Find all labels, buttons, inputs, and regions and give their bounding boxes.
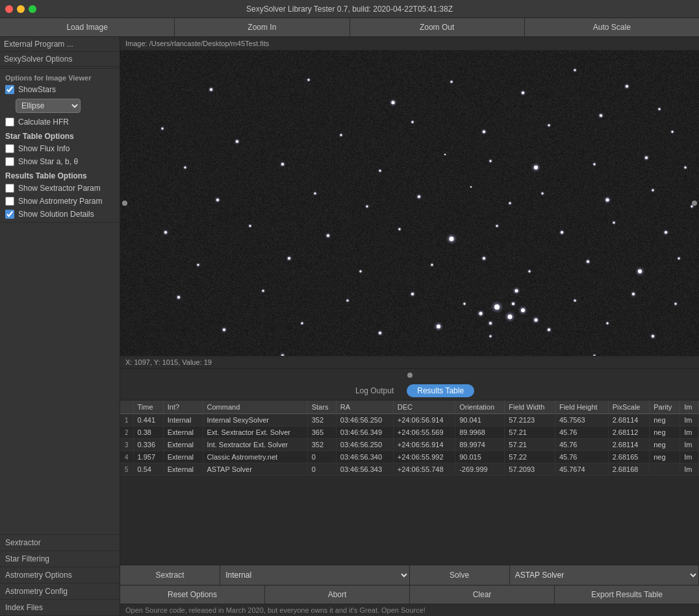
col-field-height: Field Height bbox=[555, 400, 608, 414]
col-int: Int? bbox=[163, 400, 203, 414]
zoom-out-button[interactable]: Zoom Out bbox=[350, 18, 525, 36]
cell-4-4: 0 bbox=[307, 463, 336, 476]
cell-3-1: 1.957 bbox=[133, 451, 163, 463]
cell-2-12: Im bbox=[680, 439, 699, 451]
load-image-button[interactable]: Load Image bbox=[0, 18, 175, 36]
auto-scale-button[interactable]: Auto Scale bbox=[525, 18, 699, 36]
cell-2-7: 89.9974 bbox=[455, 439, 505, 451]
ellipse-select[interactable]: Ellipse bbox=[16, 99, 81, 113]
cell-3-8: 57.22 bbox=[505, 451, 555, 463]
show-star-abtheta-checkbox[interactable] bbox=[5, 157, 14, 166]
cell-4-0: 5 bbox=[120, 463, 133, 476]
close-button[interactable] bbox=[5, 5, 13, 13]
export-results-button[interactable]: Export Results Table bbox=[555, 585, 699, 604]
solve-button[interactable]: Solve bbox=[410, 565, 510, 585]
cell-3-5: 03:46:56.340 bbox=[336, 451, 393, 463]
show-stars-option: ShowStars bbox=[0, 83, 120, 96]
cell-1-10: 2.68112 bbox=[608, 426, 650, 439]
top-toolbar: Load Image Zoom In Zoom Out Auto Scale bbox=[0, 18, 699, 37]
cell-3-2: External bbox=[163, 451, 203, 463]
table-row: 30.336ExternalInt. Sextractor Ext. Solve… bbox=[120, 439, 699, 451]
show-sextractor-option: Show Sextractor Param bbox=[0, 182, 120, 195]
main-layout: External Program ... SexySolver Options … bbox=[0, 37, 699, 616]
cell-4-11 bbox=[650, 463, 680, 476]
zoom-in-button[interactable]: Zoom In bbox=[175, 18, 350, 36]
reset-options-button[interactable]: Reset Options bbox=[120, 585, 265, 604]
cell-1-0: 2 bbox=[120, 426, 133, 439]
calculate-hfr-checkbox[interactable] bbox=[5, 117, 14, 127]
star-filtering-link[interactable]: Star Filtering bbox=[0, 551, 120, 567]
image-coords: X: 1097, Y: 1015, Value: 19 bbox=[120, 356, 699, 368]
results-table-container[interactable]: Time Int? Command Stars RA DEC Orientati… bbox=[120, 400, 699, 565]
results-table-tab[interactable]: Results Table bbox=[407, 384, 474, 397]
show-astrometry-option: Show Astrometry Param bbox=[0, 195, 120, 208]
cell-3-7: 90.015 bbox=[455, 451, 505, 463]
cell-0-11: neg bbox=[650, 414, 680, 426]
col-parity: Parity bbox=[650, 400, 680, 414]
cell-4-8: 57.2093 bbox=[505, 463, 555, 476]
window-controls[interactable] bbox=[5, 5, 36, 13]
cell-1-7: 89.9968 bbox=[455, 426, 505, 439]
cell-1-2: External bbox=[163, 426, 203, 439]
sextract-button[interactable]: Sextract bbox=[120, 565, 220, 585]
index-files-link[interactable]: Index Files bbox=[0, 600, 120, 616]
cell-1-9: 45.76 bbox=[555, 426, 608, 439]
astrometry-options-link[interactable]: Astrometry Options bbox=[0, 567, 120, 584]
show-stars-label: ShowStars bbox=[18, 85, 56, 94]
cell-2-1: 0.336 bbox=[133, 439, 163, 451]
cell-0-2: Internal bbox=[163, 414, 203, 426]
maximize-button[interactable] bbox=[29, 5, 36, 13]
astap-dropdown[interactable]: ASTAP Solver Classic Astrometry.net bbox=[510, 565, 698, 585]
cell-2-2: External bbox=[163, 439, 203, 451]
col-pixscale: PixScale bbox=[608, 400, 650, 414]
cell-4-2: External bbox=[163, 463, 203, 476]
cell-3-0: 4 bbox=[120, 451, 133, 463]
cell-1-5: 03:46:56.349 bbox=[336, 426, 393, 439]
minimize-button[interactable] bbox=[17, 5, 25, 13]
show-astrometry-checkbox[interactable] bbox=[5, 197, 14, 206]
sexy-solver-link[interactable]: SexySolver Options bbox=[0, 52, 120, 67]
show-sextractor-checkbox[interactable] bbox=[5, 184, 14, 193]
scroll-dot bbox=[120, 368, 699, 382]
ellipse-dropdown-container: Ellipse bbox=[16, 99, 114, 113]
sidebar-divider-2 bbox=[0, 222, 120, 223]
scroll-indicator bbox=[407, 373, 413, 378]
show-solution-checkbox[interactable] bbox=[5, 210, 14, 219]
cell-3-4: 0 bbox=[307, 451, 336, 463]
cell-1-4: 365 bbox=[307, 426, 336, 439]
show-solution-label: Show Solution Details bbox=[18, 210, 94, 219]
bottom-row2: Reset Options Abort Clear Export Results… bbox=[120, 585, 699, 604]
clear-button[interactable]: Clear bbox=[410, 585, 555, 604]
cell-2-3: Int. Sextractor Ext. Solver bbox=[203, 439, 307, 451]
cell-3-11: neg bbox=[650, 451, 680, 463]
show-astrometry-label: Show Astrometry Param bbox=[18, 197, 102, 206]
solver-dropdown[interactable]: Internal External bbox=[220, 565, 409, 585]
show-sextractor-label: Show Sextractor Param bbox=[18, 184, 101, 193]
cell-2-6: +24:06:56.914 bbox=[393, 439, 455, 451]
sextractor-link[interactable]: Sextractor bbox=[0, 535, 120, 551]
show-stars-checkbox[interactable] bbox=[5, 85, 14, 94]
show-star-abtheta-label: Show Star a, b, θ bbox=[18, 157, 78, 166]
log-output-tab[interactable]: Log Output bbox=[345, 384, 404, 397]
cell-1-3: Ext. Sextractor Ext. Solver bbox=[203, 426, 307, 439]
table-row: 10.441InternalInternal SexySolver35203:4… bbox=[120, 414, 699, 426]
astrometry-config-link[interactable]: Astrometry Config bbox=[0, 584, 120, 600]
show-flux-checkbox[interactable] bbox=[5, 144, 14, 153]
options-header: Options for Image Viewer bbox=[0, 70, 120, 83]
image-path: Image: /Users/rlancaste/Desktop/m45Test.… bbox=[120, 37, 699, 51]
window-title: SexySolver Library Tester 0.7, build: 20… bbox=[246, 5, 453, 14]
external-program-link[interactable]: External Program ... bbox=[0, 37, 120, 52]
col-command: Command bbox=[203, 400, 307, 414]
cell-3-3: Classic Astrometry.net bbox=[203, 451, 307, 463]
abort-button[interactable]: Abort bbox=[265, 585, 410, 604]
title-bar: SexySolver Library Tester 0.7, build: 20… bbox=[0, 0, 699, 18]
astap-select-container: ASTAP Solver Classic Astrometry.net bbox=[510, 565, 699, 585]
cell-4-7: -269.999 bbox=[455, 463, 505, 476]
status-bar: Open Source code, released in March 2020… bbox=[120, 604, 699, 616]
col-time: Time bbox=[133, 400, 163, 414]
cell-2-0: 3 bbox=[120, 439, 133, 451]
bottom-toolbar: Sextract Internal External Solve ASTAP S… bbox=[120, 565, 699, 604]
cell-4-12: Im bbox=[680, 463, 699, 476]
cell-0-12: Im bbox=[680, 414, 699, 426]
cell-1-11: neg bbox=[650, 426, 680, 439]
